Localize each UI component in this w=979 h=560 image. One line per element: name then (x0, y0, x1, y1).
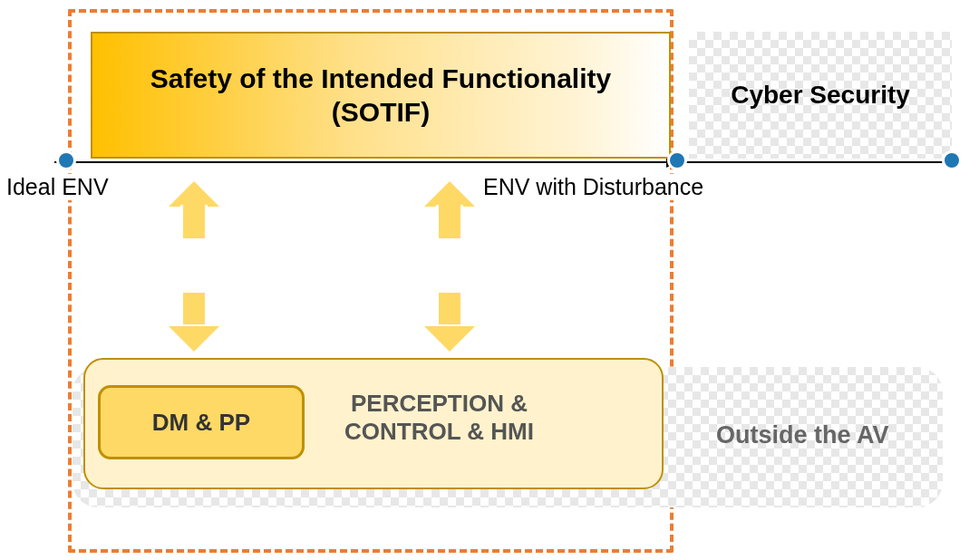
arrow-up-right (424, 181, 475, 207)
sotif-title: Safety of the Intended Functionality (SO… (150, 62, 611, 130)
perception-line2: CONTROL & HMI (344, 418, 534, 445)
cyber-security-box: Cyber Security (689, 32, 952, 159)
axis-line (54, 161, 952, 163)
axis-dot-disturbance (667, 150, 687, 170)
axis-label-disturbance: ENV with Disturbance (480, 174, 706, 200)
arrow-up-left (169, 181, 219, 207)
axis-label-ideal: Ideal ENV (4, 174, 111, 200)
axis-dot-ideal (56, 150, 76, 170)
perception-control-hmi-label: PERCEPTION & CONTROL & HMI (344, 390, 534, 446)
sotif-line1: Safety of the Intended Functionality (150, 63, 611, 93)
outside-av-label: Outside the AV (716, 421, 889, 449)
diagram-stage: Safety of the Intended Functionality (SO… (0, 0, 979, 560)
dm-pp-box: DM & PP (98, 385, 305, 459)
sotif-line2: (SOTIF) (332, 97, 430, 127)
dm-pp-label: DM & PP (152, 409, 250, 437)
sotif-box: Safety of the Intended Functionality (SO… (91, 32, 671, 159)
axis-dot-right (942, 150, 962, 170)
perception-line1: PERCEPTION & (351, 390, 528, 417)
cyber-security-label: Cyber Security (731, 81, 910, 110)
